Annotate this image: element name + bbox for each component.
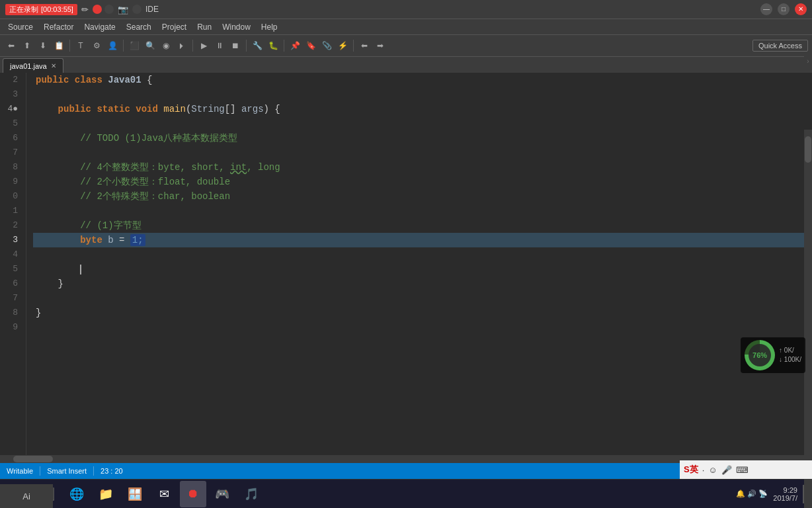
- line-num-19: 9: [0, 320, 20, 335]
- h-scrollbar-thumb[interactable]: [13, 456, 53, 462]
- system-tray: 🔔 🔊 📡: [736, 489, 768, 498]
- toolbar-btn-11[interactable]: ⏵: [175, 38, 189, 53]
- mail-button[interactable]: ✉: [151, 481, 177, 507]
- toolbar-btn-2[interactable]: ⬆: [20, 38, 34, 53]
- scroll-right-indicator: ›: [804, 54, 812, 67]
- code-line-3: [33, 87, 812, 102]
- minimize-button[interactable]: —: [760, 3, 772, 15]
- taskbar-right: 🔔 🔊 📡 9:29 2019/7/: [736, 485, 807, 503]
- code-line-4: public static void main(String[] args) {: [33, 102, 812, 116]
- extra-button[interactable]: 🎵: [238, 481, 264, 507]
- app-title: IDE: [145, 5, 159, 14]
- code-line-14: [33, 247, 812, 262]
- main-content: 2 3 4● 5 6 7 8 9 0 1 2 3 4 5 6 7 8: [0, 73, 812, 463]
- toolbar-btn-4[interactable]: 📋: [52, 38, 66, 53]
- toolbar-btn-3[interactable]: ⬇: [36, 38, 50, 53]
- line-numbers: 2 3 4● 5 6 7 8 9 0 1 2 3 4 5 6 7 8: [0, 73, 26, 455]
- menu-source[interactable]: Source: [3, 21, 38, 33]
- toolbar-btn-17[interactable]: 📌: [288, 38, 302, 53]
- toolbar-btn-16[interactable]: 🐛: [266, 38, 280, 53]
- editor-area[interactable]: 2 3 4● 5 6 7 8 9 0 1 2 3 4 5 6 7 8: [0, 73, 812, 455]
- line-num-12: 2: [0, 218, 20, 233]
- toolbar-btn-14[interactable]: ⏹: [228, 38, 243, 53]
- perf-widget: 76% ↑ 0K/ ↓ 100K/: [741, 337, 805, 373]
- line-num-18: 8: [0, 306, 20, 320]
- code-line-5: [33, 116, 812, 131]
- v-scrollbar-thumb[interactable]: [805, 136, 811, 163]
- recording-timer: [00:03:55]: [41, 5, 73, 13]
- line-num-16: 6: [0, 276, 20, 291]
- line-num-7: 7: [0, 146, 20, 160]
- line-num-17: 7: [0, 291, 20, 306]
- toolbar-sep-1: [69, 40, 70, 52]
- ime-emoji[interactable]: ☺: [708, 465, 717, 475]
- toolbar-btn-15[interactable]: 🔧: [250, 38, 264, 53]
- toolbar-btn-22[interactable]: ➡: [373, 38, 387, 53]
- menu-bar: Source Refactor Navigate Search Project …: [0, 19, 812, 34]
- perf-percent: 76%: [752, 351, 767, 359]
- menu-search[interactable]: Search: [121, 21, 157, 33]
- perf-circle: 76%: [745, 340, 775, 370]
- file-explorer[interactable]: 📁: [93, 481, 119, 507]
- game-button[interactable]: 🎮: [209, 481, 235, 507]
- tab-java01[interactable]: java01.java ✕: [3, 58, 63, 73]
- ime-sep: ·: [702, 465, 705, 475]
- ai-button[interactable]: Ai: [0, 484, 53, 508]
- code-line-6: // TODO (1)Java八种基本数据类型: [33, 131, 812, 146]
- toolbar-btn-21[interactable]: ⬅: [357, 38, 372, 53]
- code-line-19: [33, 320, 812, 335]
- maximize-button[interactable]: □: [778, 3, 790, 15]
- code-line-12: // (1)字节型: [33, 218, 812, 233]
- line-num-9: 9: [0, 175, 20, 189]
- menu-navigate[interactable]: Navigate: [79, 21, 120, 33]
- line-num-2: 2: [0, 73, 20, 87]
- toolbar-btn-7[interactable]: 👤: [105, 38, 120, 53]
- toolbar-btn-13[interactable]: ⏸: [212, 38, 227, 53]
- status-writable: Writable: [7, 467, 33, 475]
- code-line-16: }: [33, 276, 812, 291]
- edge-browser[interactable]: 🌐: [63, 481, 90, 507]
- toolbar-btn-12[interactable]: ▶: [196, 38, 211, 53]
- v-scrollbar[interactable]: [804, 130, 812, 508]
- line-num-5: 5: [0, 116, 20, 131]
- toolbar-sep-5: [284, 40, 284, 52]
- toolbar-sep-2: [123, 40, 124, 52]
- toolbar-sep-4: [246, 40, 247, 52]
- code-line-11: [33, 204, 812, 218]
- menu-project[interactable]: Project: [157, 21, 192, 33]
- toolbar-btn-19[interactable]: 📎: [319, 38, 334, 53]
- code-line-18: }: [33, 306, 812, 320]
- taskbar-clock: 9:29 2019/7/: [773, 486, 797, 502]
- toolbar-sep-6: [353, 40, 354, 52]
- menu-run[interactable]: Run: [192, 21, 217, 33]
- ime-bar: S英 · ☺ 🎤 ⌨: [680, 460, 812, 479]
- ime-keyboard[interactable]: ⌨: [736, 465, 749, 475]
- toolbar-btn-1[interactable]: ⬅: [4, 38, 19, 53]
- code-line-15: [33, 262, 812, 276]
- toolbar-btn-6[interactable]: ⚙: [89, 38, 104, 53]
- quick-access-button[interactable]: Quick Access: [752, 40, 808, 52]
- menu-window[interactable]: Window: [217, 21, 256, 33]
- toolbar-btn-5[interactable]: T: [73, 38, 88, 53]
- toolbar-btn-20[interactable]: ⚡: [335, 38, 350, 53]
- toolbar-btn-18[interactable]: 🔖: [304, 38, 318, 53]
- close-button[interactable]: ✕: [795, 3, 807, 15]
- clock-time: 9:29: [773, 486, 797, 494]
- toolbar-btn-8[interactable]: ⬛: [127, 38, 142, 53]
- menu-help[interactable]: Help: [256, 21, 283, 33]
- toolbar-btn-9[interactable]: 🔍: [143, 38, 157, 53]
- code-line-10: // 2个特殊类型：char, boolean: [33, 189, 812, 204]
- line-num-10: 0: [0, 189, 20, 204]
- recording-button[interactable]: ⏺: [180, 481, 206, 507]
- menu-refactor[interactable]: Refactor: [38, 21, 79, 33]
- status-sep-1: [40, 466, 40, 476]
- windows-store[interactable]: 🪟: [122, 481, 148, 507]
- toolbar-btn-10[interactable]: ◉: [159, 38, 173, 53]
- tab-close-icon[interactable]: ✕: [51, 62, 56, 69]
- ime-mic[interactable]: 🎤: [721, 465, 732, 475]
- perf-stats: ↑ 0K/ ↓ 100K/: [779, 346, 801, 364]
- code-content[interactable]: public class Java01 { public static void…: [26, 73, 812, 455]
- recording-badge: 正在录制 [00:03:55]: [5, 4, 77, 15]
- line-num-14: 4: [0, 247, 20, 262]
- perf-up: ↑ 0K/: [779, 346, 801, 355]
